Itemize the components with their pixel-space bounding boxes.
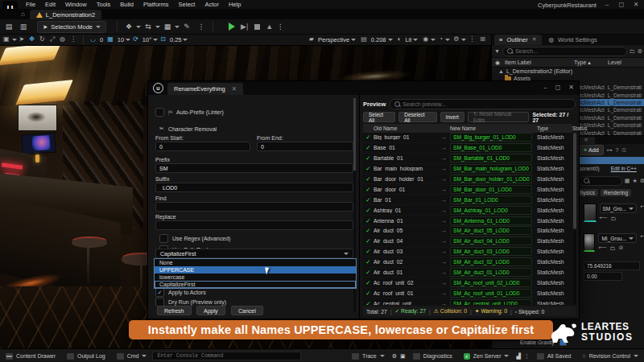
menu-edit[interactable]: Edit <box>40 1 60 8</box>
settings-gear-icon[interactable]: ⚙ <box>638 48 642 55</box>
mass-value-field[interactable]: 75.649216 <box>584 261 640 270</box>
row-new-name-field[interactable]: SM_Antenna_01_LOD0 <box>450 216 532 225</box>
grid-view-icon[interactable]: ▦ <box>625 178 630 184</box>
damping-value-field[interactable]: 0.00 <box>584 272 622 281</box>
dialog-close-button[interactable]: ✕ <box>568 84 574 91</box>
outliner-actor-row[interactable]: ticMeshAct L_Demonstrati <box>579 99 644 106</box>
row-new-name-field[interactable]: SM_Ac_central_unit_LOD0 <box>450 299 532 305</box>
column-type[interactable]: Type ▴ <box>574 60 608 66</box>
reset-icon[interactable]: ↩ <box>640 204 644 210</box>
row-checkmark-icon[interactable]: ✓ <box>363 227 374 234</box>
show-flags-icon[interactable]: ◉ <box>423 34 428 45</box>
preview-table-row[interactable]: ✓ Bar_01 → SM_Bar_01_LOD0 StaticMesh <box>363 195 572 205</box>
menu-platforms[interactable]: Platforms <box>138 1 174 8</box>
outliner-actor-row[interactable]: ticMeshAct L_Demonstrati <box>579 121 644 129</box>
dialog-title-bar[interactable]: u RenameEverything ✕ – ◻ ✕ <box>148 81 579 95</box>
deselect-all-button[interactable]: Deselect All <box>398 112 436 122</box>
mesh-asset-dropdown[interactable]: SM_Gro... <box>600 204 638 213</box>
favorites-star-icon[interactable]: ★ <box>632 178 637 184</box>
trace-dropdown[interactable]: Trace <box>346 349 390 362</box>
column-new-name[interactable]: New Name <box>450 125 532 131</box>
replace-input[interactable] <box>155 220 353 230</box>
case-option-capitalizefirst[interactable]: CapitalizeFirst <box>155 281 356 288</box>
browse-to-icon[interactable]: 🗀 <box>609 245 615 251</box>
browse-to-icon[interactable]: 🗀 <box>611 216 617 221</box>
content-browser-icon[interactable]: ▥ <box>18 22 29 31</box>
preview-table-row[interactable]: ✓ Ac_roof_unit_02 → SM_Ac_roof_unit_02_L… <box>363 278 572 288</box>
outliner-row-level[interactable]: ▲ L_Demonstration2 (Editor) <box>492 68 644 75</box>
move-tool-icon[interactable]: ✥ <box>29 34 35 45</box>
rotation-snap-icon[interactable]: ⟳ <box>133 34 138 45</box>
row-new-name-field[interactable]: SM_Air_duct_01_LOD0 <box>450 268 532 277</box>
row-checkmark-icon[interactable]: ✓ <box>363 290 374 297</box>
auto-prefix-checkbox[interactable] <box>155 108 164 117</box>
preview-search-input[interactable]: Search preview... <box>390 99 576 109</box>
dialog-tab[interactable]: RenameEverything ✕ <box>167 83 243 95</box>
outliner-actor-row[interactable]: ticMeshAct L_Demonstrati <box>579 91 644 98</box>
window-close-button[interactable]: ✕ <box>631 1 641 8</box>
preview-table-row[interactable]: ✓ Air_duct_01 → SM_Air_duct_01_LOD0 Stat… <box>363 268 572 278</box>
cinematics-icon[interactable]: ▦ <box>162 22 173 31</box>
perspective-dropdown[interactable]: Perspective <box>318 36 349 43</box>
menu-window[interactable]: Window <box>60 1 92 8</box>
scale-snap-icon[interactable]: ⊡ <box>160 34 166 45</box>
grid-snap-value[interactable]: 10 <box>118 36 124 43</box>
home-icon[interactable]: ⌂ <box>21 10 25 18</box>
network-status-icon[interactable]: ▟ <box>514 349 522 362</box>
view-mode-icon[interactable]: ◔ <box>439 34 443 45</box>
row-new-name-field[interactable]: SM_Bar_door_holder_01_LOD0 <box>450 175 532 183</box>
menu-file[interactable]: File <box>21 1 40 8</box>
case-operation-select[interactable]: CapitalizeFirst <box>155 249 353 258</box>
column-item-label[interactable]: Item Label <box>505 60 574 65</box>
diagnostics-button[interactable]: Diagnostics <box>407 349 458 362</box>
maximize-viewport-icon[interactable]: ⊞ <box>480 34 485 45</box>
output-log-button[interactable]: Output Log <box>61 349 111 362</box>
row-new-name-field[interactable]: SM_Bar_main_hologram_LOD0 <box>450 164 532 173</box>
mesh-thumbnail[interactable] <box>584 204 597 222</box>
column-level[interactable]: Level <box>608 60 621 65</box>
blueprints-icon[interactable]: ⇆ <box>142 22 154 31</box>
menu-help[interactable]: Help <box>224 1 246 8</box>
column-status[interactable]: Status <box>572 125 587 131</box>
row-new-name-field[interactable]: SM_Air_duct_05_LOD0 <box>450 226 532 235</box>
row-checkmark-icon[interactable]: ✓ <box>363 134 374 141</box>
rotate-tool-icon[interactable]: ↻ <box>39 34 45 45</box>
cancel-button[interactable]: Cancel <box>231 306 263 315</box>
preview-table-row[interactable]: ✓ Base_01 → SM_Base_01_LOD0 StaticMesh <box>363 143 572 154</box>
row-new-name-field[interactable]: SM_Air_duct_03_LOD0 <box>450 247 532 256</box>
settings-gear-icon[interactable]: ⚙ <box>390 349 398 362</box>
sequencer-icon[interactable]: ✎ <box>181 22 192 31</box>
row-checkmark-icon[interactable]: ✓ <box>363 207 374 214</box>
close-icon[interactable]: ✕ <box>232 85 237 93</box>
level-tab[interactable]: L_Demonstration2 <box>30 10 101 19</box>
add-component-button[interactable]: + Add <box>579 145 604 155</box>
menu-select[interactable]: Select <box>174 1 200 8</box>
preview-table-row[interactable]: ✓ Bar_door_01 → SM_Bar_door_01_LOD0 Stat… <box>363 184 572 195</box>
preview-table-row[interactable]: ✓ Big_burger_01 → SM_Big_burger_01_LOD0 … <box>363 133 572 143</box>
rotation-snap-value[interactable]: 10° <box>142 36 151 43</box>
apply-button[interactable]: Apply <box>196 306 225 315</box>
column-old-name[interactable]: Old Name <box>374 125 441 131</box>
menu-tools[interactable]: Tools <box>92 1 116 8</box>
cmd-dropdown[interactable]: Cmd <box>111 349 153 362</box>
all-saved-button[interactable]: All Saved <box>531 349 577 362</box>
prefix-input[interactable] <box>155 163 353 173</box>
preview-table-row[interactable]: ✓ Air_duct_04 → SM_Air_duct_04_LOD0 Stat… <box>363 237 572 247</box>
row-new-name-field[interactable]: SM_Ac_roof_unit_02_LOD0 <box>450 278 532 287</box>
material-asset-dropdown[interactable]: MI_Grou... <box>598 233 637 243</box>
menu-build[interactable]: Build <box>115 1 138 8</box>
row-new-name-field[interactable]: SM_Base_01_LOD0 <box>450 143 532 152</box>
row-checkmark-icon[interactable]: ✓ <box>363 217 374 224</box>
window-minimize-button[interactable]: – <box>602 1 612 8</box>
row-new-name-field[interactable]: SM_Air_duct_02_LOD0 <box>450 257 532 266</box>
row-new-name-field[interactable]: SM_Big_burger_01_LOD0 <box>450 133 532 142</box>
lock-icon[interactable]: ⚿ <box>621 147 625 154</box>
row-checkmark-icon[interactable]: ✓ <box>363 196 374 204</box>
outliner-actor-row[interactable]: ticMeshAct L_Demonstrati <box>579 114 644 121</box>
revision-control-dropdown[interactable]: ⑂ Revision Control <box>576 349 644 362</box>
tab-world-settings[interactable]: ◍ World Settings <box>544 35 602 45</box>
dialog-minimize-button[interactable]: – <box>543 84 547 91</box>
scale-tool-icon[interactable]: ⤢ <box>50 34 55 45</box>
outliner-actor-row[interactable]: ticMeshAct L_Demonstrati <box>579 84 644 91</box>
new-folder-icon[interactable]: 🗀 <box>630 48 635 54</box>
